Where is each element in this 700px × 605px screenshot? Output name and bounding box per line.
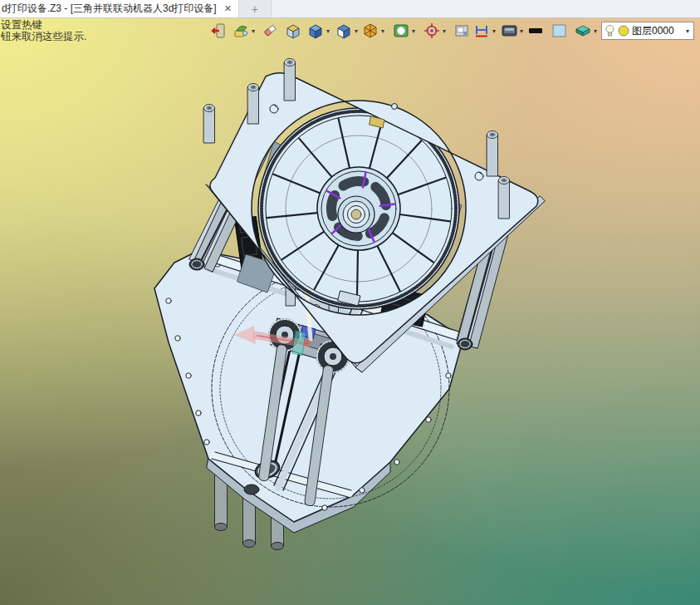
render-wheel-icon[interactable] bbox=[361, 22, 379, 40]
lightbulb-icon bbox=[605, 24, 615, 37]
black-bar-icon[interactable] bbox=[526, 22, 545, 40]
3d-viewport[interactable]: 设置热键 钮来取消这些提示. bbox=[0, 17, 700, 605]
blue-square-icon[interactable] bbox=[551, 22, 569, 40]
dropdown-caret[interactable]: ▾ bbox=[491, 27, 497, 35]
tab-active-document[interactable]: d打印设备.Z3 - [三角并联联动机器人3d打印设备] ✕ bbox=[0, 0, 239, 17]
dropdown-caret[interactable]: ▾ bbox=[592, 27, 599, 35]
window-icon[interactable] bbox=[453, 22, 471, 40]
new-tab-button[interactable]: + bbox=[239, 0, 272, 17]
dropdown-caret[interactable]: ▾ bbox=[250, 27, 257, 35]
document-tabbar: d打印设备.Z3 - [三角并联联动机器人3d打印设备] ✕ + bbox=[0, 0, 700, 18]
dropdown-caret[interactable]: ▾ bbox=[410, 27, 417, 35]
tab-title: d打印设备.Z3 - [三角并联联动机器人3d打印设备] bbox=[2, 2, 217, 16]
dropdown-caret[interactable]: ▾ bbox=[353, 27, 360, 35]
tab-close-icon[interactable]: ✕ bbox=[224, 3, 232, 14]
dimension-icon[interactable] bbox=[472, 22, 491, 40]
dropdown-caret[interactable]: ▾ bbox=[379, 27, 386, 35]
dropdown-caret[interactable]: ▾ bbox=[325, 27, 331, 35]
dropdown-caret[interactable]: ▾ bbox=[441, 27, 448, 35]
hint-line-2: 钮来取消这些提示. bbox=[1, 31, 86, 42]
yellow-circle-icon bbox=[618, 25, 629, 37]
exit-icon[interactable] bbox=[209, 22, 228, 40]
view-toolbar: ▾ ▾ ▾ ▾ ▾ ▾ ▾ bbox=[208, 21, 694, 41]
layer-name: 图层0000 bbox=[632, 24, 674, 38]
hint-line-1: 设置热键 bbox=[1, 19, 86, 31]
render-appearance-icon[interactable] bbox=[232, 22, 250, 40]
isometric-view-icon[interactable] bbox=[284, 22, 302, 40]
layer-dropdown-caret[interactable]: ▾ bbox=[684, 27, 691, 35]
monitor-icon[interactable] bbox=[500, 22, 518, 40]
csys-target-icon[interactable] bbox=[423, 22, 441, 40]
wireframe-cube-icon[interactable] bbox=[335, 22, 353, 40]
dropdown-caret[interactable]: ▾ bbox=[518, 27, 525, 35]
layer-combobox[interactable]: 图层0000 ▾ bbox=[601, 22, 694, 40]
plus-icon: + bbox=[252, 2, 258, 16]
shaded-cube-icon[interactable] bbox=[306, 22, 325, 40]
hint-text: 设置热键 钮来取消这些提示. bbox=[1, 19, 86, 42]
background-icon[interactable] bbox=[392, 22, 410, 40]
delta-printer-model bbox=[0, 17, 700, 605]
eraser-icon[interactable] bbox=[261, 22, 279, 40]
layers-icon[interactable] bbox=[574, 22, 592, 40]
